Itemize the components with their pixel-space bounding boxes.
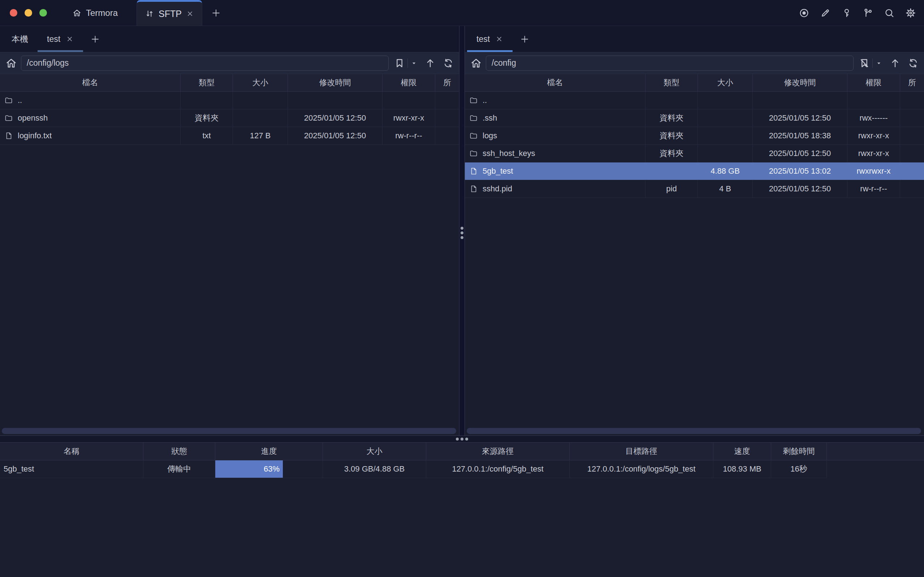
transfer-column-status[interactable]: 狀態	[144, 443, 215, 460]
transfer-column-speed[interactable]: 速度	[713, 443, 771, 460]
transfer-column-target-path[interactable]: 目標路徑	[570, 443, 713, 460]
file-row-logs[interactable]: logs資料夾2025/01/05 18:38rwxr-xr-x	[465, 127, 924, 145]
refresh-icon[interactable]	[907, 57, 919, 69]
splitter-grip-icon	[461, 227, 463, 239]
key-icon[interactable]	[841, 8, 852, 18]
home-icon[interactable]	[5, 57, 17, 69]
pane-tab-test[interactable]: test	[37, 26, 83, 52]
toolbar-separator	[408, 58, 408, 68]
edit-icon[interactable]	[820, 8, 831, 18]
column-header-permissions[interactable]: 權限	[382, 74, 435, 91]
file-row-loginfo.txt[interactable]: loginfo.txttxt127 B2025/01/05 12:50rw-r-…	[0, 127, 459, 145]
file-name-label: ..	[18, 96, 22, 105]
file-type-cell	[645, 92, 698, 109]
folder-icon	[4, 114, 13, 122]
transfer-row-5gb_test[interactable]: 5gb_test傳輸中63%3.09 GB/4.88 GB127.0.0.1:/…	[0, 460, 924, 478]
file-name-label: ssh_host_keys	[482, 149, 535, 158]
transfer-status-cell: 傳輸中	[144, 460, 215, 478]
close-icon[interactable]	[495, 35, 503, 43]
git-branch-icon[interactable]	[863, 8, 873, 18]
tab-sftp[interactable]: SFTP	[137, 0, 202, 26]
close-window-button[interactable]	[10, 9, 17, 17]
active-tab-underline	[467, 50, 513, 52]
search-icon[interactable]	[884, 8, 895, 18]
file-row-..[interactable]: ..	[465, 92, 924, 110]
file-modified-cell: 2025/01/05 12:50	[753, 145, 847, 162]
pane-tab-label: 本機	[11, 34, 28, 45]
zoom-window-button[interactable]	[39, 9, 47, 17]
bookmark-icon[interactable]	[394, 57, 405, 69]
refresh-icon[interactable]	[442, 57, 454, 69]
pane-tab-test[interactable]: test	[467, 26, 513, 52]
file-row-..[interactable]: ..	[0, 92, 459, 110]
settings-icon[interactable]	[905, 8, 916, 18]
file-icon	[4, 131, 13, 140]
file-permissions-cell: rw-r--r--	[382, 127, 435, 144]
column-header-type[interactable]: 類型	[645, 74, 698, 91]
progress-label: 63%	[264, 464, 280, 474]
pane-tab-本機[interactable]: 本機	[2, 26, 37, 52]
transfer-column-name[interactable]: 名稱	[0, 443, 144, 460]
minimize-window-button[interactable]	[24, 9, 32, 17]
tab-termora-home[interactable]: Termora	[69, 0, 121, 26]
column-header-modified[interactable]: 修改時間	[753, 74, 847, 91]
transfer-table-rows: 5gb_test傳輸中63%3.09 GB/4.88 GB127.0.0.1:/…	[0, 460, 924, 478]
scrollbar-thumb[interactable]	[467, 428, 921, 434]
home-icon[interactable]	[470, 57, 482, 69]
new-pane-tab-button[interactable]	[513, 26, 537, 52]
transfer-column-progress[interactable]: 進度	[215, 443, 323, 460]
file-name-label: sshd.pid	[482, 184, 512, 193]
scrollbar-thumb[interactable]	[2, 428, 456, 434]
new-pane-tab-button[interactable]	[83, 26, 107, 52]
transfer-column-size[interactable]: 大小	[323, 443, 426, 460]
chevron-down-icon[interactable]	[875, 57, 883, 69]
parent-directory-icon[interactable]	[889, 57, 901, 69]
right-pane-tabs: test	[465, 26, 924, 52]
pane-splitter[interactable]	[459, 26, 465, 435]
column-header-size[interactable]: 大小	[698, 74, 753, 91]
column-header-size[interactable]: 大小	[233, 74, 288, 91]
file-row-sshd.pid[interactable]: sshd.pidpid4 B2025/01/05 12:50rw-r--r--	[465, 180, 924, 198]
file-table-rows: ...ssh資料夾2025/01/05 12:50rwx------logs資料…	[465, 92, 924, 198]
transfer-size-cell: 3.09 GB/4.88 GB	[323, 460, 426, 478]
parent-directory-icon[interactable]	[424, 57, 436, 69]
transfer-panel: 名稱狀態進度大小來源路徑目標路徑速度剩餘時間 5gb_test傳輸中63%3.0…	[0, 443, 924, 577]
column-header-owner[interactable]: 所	[435, 74, 459, 91]
file-size-cell: 4 B	[698, 180, 753, 198]
transfer-column-source-path[interactable]: 來源路徑	[426, 443, 570, 460]
file-owner-cell	[900, 163, 924, 180]
column-header-name[interactable]: 檔名	[0, 74, 181, 91]
column-header-modified[interactable]: 修改時間	[288, 74, 382, 91]
column-header-type[interactable]: 類型	[181, 74, 233, 91]
path-input[interactable]	[21, 56, 389, 71]
file-permissions-cell: rwxrwxr-x	[847, 163, 900, 180]
file-owner-cell	[435, 110, 459, 127]
file-row-openssh[interactable]: openssh資料夾2025/01/05 12:50rwxr-xr-x	[0, 110, 459, 127]
record-icon[interactable]	[799, 8, 810, 18]
file-row-.ssh[interactable]: .ssh資料夾2025/01/05 12:50rwx------	[465, 110, 924, 127]
file-name-cell: openssh	[0, 110, 181, 127]
file-size-cell	[698, 145, 753, 162]
bookmark-slash-icon[interactable]	[859, 57, 870, 69]
file-row-ssh_host_keys[interactable]: ssh_host_keys資料夾2025/01/05 12:50rwxr-xr-…	[465, 145, 924, 163]
pane-tab-label: test	[476, 34, 490, 44]
path-input[interactable]	[486, 56, 853, 71]
file-row-5gb_test[interactable]: 5gb_test4.88 GB2025/01/05 13:02rwxrwxr-x	[465, 163, 924, 180]
file-name-cell: logs	[465, 127, 645, 144]
close-icon[interactable]	[66, 35, 74, 43]
file-table-empty-space	[0, 145, 459, 427]
column-header-owner[interactable]: 所	[900, 74, 924, 91]
transfer-panel-splitter[interactable]	[0, 435, 924, 443]
transfer-source-cell: 127.0.0.1:/config/5gb_test	[426, 460, 570, 478]
column-header-name[interactable]: 檔名	[465, 74, 645, 91]
transfer-column-remaining-time[interactable]: 剩餘時間	[771, 443, 827, 460]
transfer-column-filler	[827, 443, 924, 460]
file-owner-cell	[900, 92, 924, 109]
left-file-table: 檔名類型大小修改時間權限所 ..openssh資料夾2025/01/05 12:…	[0, 74, 459, 427]
column-header-permissions[interactable]: 權限	[847, 74, 900, 91]
chevron-down-icon[interactable]	[410, 57, 418, 69]
new-tab-button[interactable]	[208, 0, 224, 26]
file-name-cell: ..	[0, 92, 181, 109]
transfer-name-cell: 5gb_test	[0, 460, 144, 478]
close-tab-icon[interactable]	[186, 10, 194, 18]
